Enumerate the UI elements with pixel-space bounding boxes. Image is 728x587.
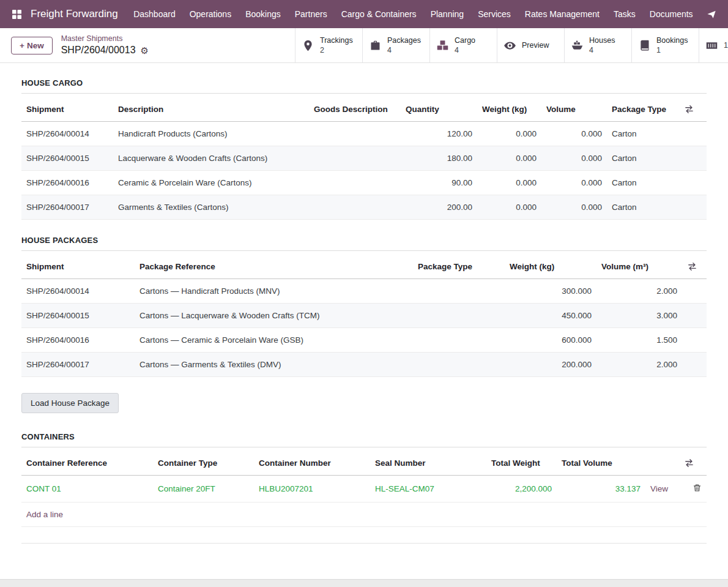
cell-description[interactable]: Lacquerware & Wooden Crafts (Cartons) [113, 146, 309, 171]
breadcrumb-master-shipments[interactable]: Master Shipments [61, 34, 149, 43]
cell-quantity[interactable]: 200.00 [401, 195, 477, 220]
trash-icon[interactable] [693, 483, 702, 493]
cell-package-type[interactable]: Carton [607, 195, 679, 220]
menu-tasks[interactable]: Tasks [607, 0, 643, 28]
col-weight[interactable]: Weight (kg) [505, 252, 596, 279]
cell-container-reference[interactable]: CONT 01 [21, 476, 153, 503]
col-volume[interactable]: Volume [541, 95, 607, 122]
col-package-type[interactable]: Package Type [413, 252, 505, 279]
stat-button-preview[interactable]: Preview [497, 28, 564, 62]
cell-seal-number[interactable]: HL-SEAL-CM07 [370, 476, 486, 503]
cell-quantity[interactable]: 90.00 [401, 171, 477, 195]
cell-goods-description[interactable] [309, 171, 401, 195]
menu-documents[interactable]: Documents [642, 0, 700, 28]
cell-description[interactable]: Ceramic & Porcelain Ware (Cartons) [113, 171, 309, 195]
column-options-icon[interactable] [684, 458, 694, 468]
cell-weight[interactable]: 200.000 [505, 353, 596, 377]
add-a-line-link[interactable]: Add a line [21, 503, 707, 527]
cell-shipment[interactable]: SHP/2604/00016 [21, 171, 113, 195]
add-a-line-row[interactable]: Add a line [21, 503, 707, 527]
stat-button-trackings[interactable]: Trackings 2 [295, 28, 362, 62]
cell-package-type[interactable] [413, 304, 505, 328]
cell-weight[interactable]: 300.000 [505, 279, 596, 304]
col-seal-number[interactable]: Seal Number [370, 449, 486, 476]
app-name[interactable]: Freight Forwarding [31, 8, 118, 20]
col-volume[interactable]: Volume (m³) [596, 252, 682, 279]
cell-goods-description[interactable] [309, 122, 401, 146]
menu-cargo-containers[interactable]: Cargo & Containers [334, 0, 423, 28]
menu-services[interactable]: Services [471, 0, 518, 28]
cell-package-type[interactable]: Carton [607, 146, 679, 171]
col-total-weight[interactable]: Total Weight [486, 449, 557, 476]
view-container-link[interactable]: View [650, 484, 668, 493]
col-package-reference[interactable]: Package Reference [135, 252, 413, 279]
col-total-volume[interactable]: Total Volume [557, 449, 645, 476]
col-container-type[interactable]: Container Type [153, 449, 254, 476]
cell-weight[interactable]: 0.000 [477, 195, 541, 220]
col-package-type[interactable]: Package Type [607, 95, 679, 122]
cell-package-type[interactable] [413, 353, 505, 377]
cell-total-volume[interactable]: 33.137 [557, 476, 645, 503]
cell-volume[interactable]: 0.000 [541, 195, 607, 220]
cell-package-reference[interactable]: Cartons — Garments & Textiles (DMV) [135, 353, 413, 377]
table-row[interactable]: SHP/2604/00017 Garments & Textiles (Cart… [21, 195, 707, 220]
table-row[interactable]: CONT 01 Container 20FT HLBU2007201 HL-SE… [21, 476, 707, 503]
stat-button-bookings[interactable]: Bookings 1 [631, 28, 699, 62]
stat-button-containers-partial[interactable]: 1 [699, 28, 728, 62]
table-row[interactable]: SHP/2604/00016 Ceramic & Porcelain Ware … [21, 171, 707, 195]
truncated-menu-icon[interactable] [706, 9, 717, 19]
col-quantity[interactable]: Quantity [401, 95, 477, 122]
cell-quantity[interactable]: 120.00 [401, 122, 477, 146]
cell-quantity[interactable]: 180.00 [401, 146, 477, 171]
cell-shipment[interactable]: SHP/2604/00015 [21, 146, 113, 171]
menu-operations[interactable]: Operations [182, 0, 238, 28]
cell-shipment[interactable]: SHP/2604/00014 [21, 122, 113, 146]
cell-package-reference[interactable]: Cartons — Handicraft Products (MNV) [135, 279, 413, 304]
gear-icon[interactable]: ⚙ [141, 46, 149, 55]
cell-volume[interactable]: 0.000 [541, 122, 607, 146]
col-weight[interactable]: Weight (kg) [477, 95, 541, 122]
cell-weight[interactable]: 450.000 [505, 304, 596, 328]
cell-container-type[interactable]: Container 20FT [153, 476, 254, 503]
table-row[interactable]: SHP/2604/00015 Lacquerware & Wooden Craf… [21, 146, 707, 171]
col-shipment[interactable]: Shipment [21, 252, 135, 279]
cell-weight[interactable]: 0.000 [477, 171, 541, 195]
cell-volume[interactable]: 0.000 [541, 171, 607, 195]
col-description[interactable]: Description [113, 95, 309, 122]
cell-description[interactable]: Handicraft Products (Cartons) [113, 122, 309, 146]
cell-weight[interactable]: 600.000 [505, 328, 596, 353]
cell-weight[interactable]: 0.000 [477, 146, 541, 171]
cell-volume[interactable]: 2.000 [596, 353, 682, 377]
col-container-reference[interactable]: Container Reference [21, 449, 153, 476]
menu-bookings[interactable]: Bookings [239, 0, 288, 28]
cell-package-type[interactable] [413, 279, 505, 304]
cell-total-weight[interactable]: 2,200.000 [486, 476, 557, 503]
cell-package-type[interactable]: Carton [607, 171, 679, 195]
column-options-icon[interactable] [684, 104, 694, 114]
cell-package-reference[interactable]: Cartons — Lacquerware & Wooden Crafts (T… [135, 304, 413, 328]
cell-package-reference[interactable]: Cartons — Ceramic & Porcelain Ware (GSB) [135, 328, 413, 353]
stat-button-packages[interactable]: Packages 4 [362, 28, 429, 62]
stat-button-houses[interactable]: Houses 4 [564, 28, 631, 62]
column-options-icon[interactable] [687, 261, 697, 272]
load-house-package-button[interactable]: Load House Package [21, 393, 119, 413]
cell-goods-description[interactable] [309, 146, 401, 171]
cell-volume[interactable]: 0.000 [541, 146, 607, 171]
cell-description[interactable]: Garments & Textiles (Cartons) [113, 195, 309, 220]
col-container-number[interactable]: Container Number [254, 449, 370, 476]
stat-button-cargo[interactable]: Cargo 4 [429, 28, 497, 62]
cell-shipment[interactable]: SHP/2604/00014 [21, 279, 135, 304]
menu-partners[interactable]: Partners [288, 0, 334, 28]
table-row[interactable]: SHP/2604/00015 Cartons — Lacquerware & W… [21, 304, 707, 328]
table-row[interactable]: SHP/2604/00014 Cartons — Handicraft Prod… [21, 279, 707, 304]
col-goods-description[interactable]: Goods Description [309, 95, 401, 122]
cell-package-type[interactable]: Carton [607, 122, 679, 146]
menu-planning[interactable]: Planning [423, 0, 471, 28]
menu-rates-management[interactable]: Rates Management [518, 0, 606, 28]
cell-volume[interactable]: 1.500 [596, 328, 682, 353]
col-shipment[interactable]: Shipment [21, 95, 113, 122]
cell-weight[interactable]: 0.000 [477, 122, 541, 146]
cell-shipment[interactable]: SHP/2604/00016 [21, 328, 135, 353]
apps-grid-icon[interactable] [8, 6, 25, 23]
cell-package-type[interactable] [413, 328, 505, 353]
